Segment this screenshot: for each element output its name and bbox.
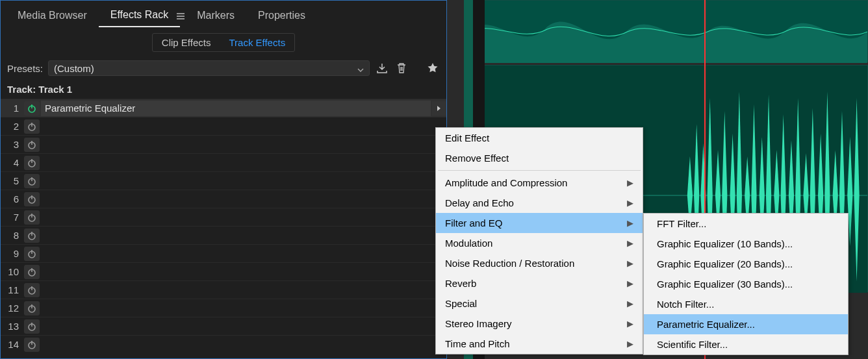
effect-scope-tabs: Clip Effects Track Effects: [1, 29, 446, 55]
submenu-graphic-eq-30[interactable]: Graphic Equalizer (30 Bands)...: [644, 274, 848, 294]
effect-slot-5[interactable]: 5: [1, 171, 446, 190]
effect-slot-3[interactable]: 3: [1, 135, 446, 153]
menu-amplitude-compression[interactable]: Amplitude and Compression▶: [436, 173, 643, 193]
panel-menu-icon[interactable]: [176, 8, 185, 23]
tab-markers[interactable]: Markers: [185, 3, 246, 27]
submenu-arrow-icon: ▶: [627, 258, 633, 268]
menu-reverb[interactable]: Reverb▶: [436, 273, 643, 293]
power-toggle-icon[interactable]: [24, 210, 40, 225]
effect-context-menu: Edit Effect Remove Effect Amplitude and …: [435, 127, 643, 354]
submenu-arrow-icon: ▶: [627, 178, 633, 188]
favorite-star-icon[interactable]: [426, 61, 440, 75]
slot-expand-icon[interactable]: [432, 101, 446, 116]
submenu-arrow-icon: ▶: [627, 238, 633, 248]
submenu-notch-filter[interactable]: Notch Filter...: [644, 294, 848, 314]
effect-slot-6[interactable]: 6: [1, 190, 446, 208]
subtab-track-effects[interactable]: Track Effects: [220, 34, 294, 51]
menu-remove-effect[interactable]: Remove Effect: [436, 148, 643, 168]
power-toggle-icon[interactable]: [24, 192, 40, 206]
submenu-arrow-icon: ▶: [627, 299, 633, 308]
subtab-clip-effects[interactable]: Clip Effects: [153, 34, 220, 51]
power-toggle-icon[interactable]: [24, 101, 40, 116]
slot-number: 5: [1, 175, 23, 186]
menu-noise-reduction[interactable]: Noise Reduction / Restoration▶: [436, 253, 643, 273]
effect-slot-12[interactable]: 12: [1, 299, 446, 317]
effect-slot-4[interactable]: 4: [1, 153, 446, 171]
track-label: Track: Track 1: [1, 81, 446, 99]
submenu-graphic-eq-10[interactable]: Graphic Equalizer (10 Bands)...: [644, 234, 848, 254]
submenu-scientific-filter[interactable]: Scientific Filter...: [644, 334, 848, 354]
chevron-down-icon: [357, 63, 364, 74]
slot-number: 2: [1, 121, 23, 132]
power-toggle-icon[interactable]: [24, 229, 40, 243]
power-toggle-icon[interactable]: [24, 319, 40, 334]
power-toggle-icon[interactable]: [24, 174, 40, 188]
menu-edit-effect[interactable]: Edit Effect: [436, 128, 643, 148]
power-toggle-icon[interactable]: [24, 301, 40, 316]
power-toggle-icon[interactable]: [24, 156, 40, 170]
power-toggle-icon[interactable]: [24, 247, 40, 261]
menu-separator: [438, 170, 641, 171]
slot-number: 1: [1, 103, 23, 114]
power-toggle-icon[interactable]: [24, 119, 40, 134]
slot-number: 8: [1, 230, 23, 241]
menu-time-pitch[interactable]: Time and Pitch▶: [436, 334, 643, 354]
tab-media-browser[interactable]: Media Browser: [6, 3, 99, 27]
slot-number: 6: [1, 193, 23, 204]
slot-number: 10: [1, 266, 23, 277]
slot-number: 4: [1, 157, 23, 168]
submenu-arrow-icon: ▶: [627, 198, 633, 208]
effect-slot-14[interactable]: 14: [1, 335, 446, 353]
filter-eq-submenu: FFT Filter... Graphic Equalizer (10 Band…: [643, 213, 849, 355]
slot-number: 14: [1, 339, 23, 350]
slot-number: 11: [1, 284, 23, 295]
delete-preset-icon[interactable]: [394, 61, 409, 75]
menu-delay-echo[interactable]: Delay and Echo▶: [436, 193, 643, 213]
submenu-arrow-icon: ▶: [627, 279, 633, 288]
submenu-graphic-eq-20[interactable]: Graphic Equalizer (20 Bands)...: [644, 254, 848, 274]
slot-number: 12: [1, 303, 23, 314]
submenu-fft-filter[interactable]: FFT Filter...: [644, 214, 848, 234]
effect-slot-7[interactable]: 7: [1, 208, 446, 226]
slot-effect-name: Parametric Equalizer: [41, 101, 431, 116]
slot-number: 13: [1, 321, 23, 332]
slot-number: 3: [1, 139, 23, 150]
menu-modulation[interactable]: Modulation▶: [436, 233, 643, 253]
presets-label: Presets:: [7, 63, 43, 74]
menu-special[interactable]: Special▶: [436, 293, 643, 314]
effect-slot-2[interactable]: 2: [1, 117, 446, 135]
effect-slot-9[interactable]: 9: [1, 244, 446, 262]
submenu-arrow-icon: ▶: [627, 218, 633, 228]
effect-slot-8[interactable]: 8: [1, 226, 446, 244]
submenu-parametric-equalizer[interactable]: Parametric Equalizer...: [644, 314, 848, 334]
save-preset-icon[interactable]: [375, 61, 389, 75]
submenu-arrow-icon: ▶: [627, 319, 633, 328]
presets-dropdown[interactable]: (Custom): [48, 60, 370, 76]
power-toggle-icon[interactable]: [24, 338, 40, 352]
effect-slots: 1 Parametric Equalizer 2 3 4 5 6 7 8 9 1…: [1, 99, 446, 358]
tab-effects-rack[interactable]: Effects Rack: [99, 3, 181, 27]
effect-slot-13[interactable]: 13: [1, 317, 446, 335]
submenu-arrow-icon: ▶: [627, 339, 633, 349]
power-toggle-icon[interactable]: [24, 265, 40, 279]
tab-properties[interactable]: Properties: [246, 3, 317, 27]
effect-slot-10[interactable]: 10: [1, 262, 446, 280]
slot-number: 7: [1, 212, 23, 223]
slot-number: 9: [1, 248, 23, 259]
presets-row: Presets: (Custom): [1, 55, 446, 81]
power-toggle-icon[interactable]: [24, 283, 40, 297]
menu-filter-eq[interactable]: Filter and EQ▶: [436, 213, 643, 233]
preset-value: (Custom): [54, 63, 94, 74]
panel-tabs: Media Browser Effects Rack Markers Prope…: [1, 1, 446, 29]
waveform-track-top: [466, 0, 868, 62]
effect-slot-11[interactable]: 11: [1, 280, 446, 299]
effects-rack-panel: Media Browser Effects Rack Markers Prope…: [0, 0, 447, 359]
menu-stereo-imagery[interactable]: Stereo Imagery▶: [436, 314, 643, 334]
power-toggle-icon[interactable]: [24, 138, 40, 152]
effect-slot-1[interactable]: 1 Parametric Equalizer: [1, 99, 446, 117]
